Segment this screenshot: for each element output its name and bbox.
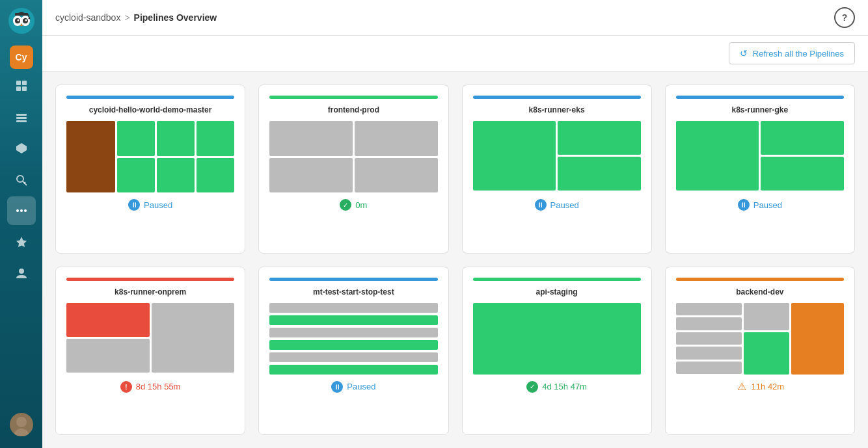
svg-point-11 [28, 18, 30, 20]
refresh-pipelines-button[interactable]: ↺ Refresh all the Pipelines [729, 42, 855, 64]
status-label-p1: Paused [144, 200, 172, 210]
pipeline-bar-p8 [676, 278, 844, 281]
pipeline-name-p8: backend-dev [736, 287, 783, 296]
pipeline-name-p5: k8s-runner-onprem [115, 287, 186, 296]
status-label-p8: 11h 42m [752, 382, 785, 391]
pipeline-card-p1[interactable]: cycloid-hello-world-demo-master ⏸ [55, 85, 245, 254]
svg-point-25 [24, 209, 27, 212]
svg-rect-17 [16, 117, 27, 119]
pipeline-card-p3[interactable]: k8s-runner-eks ⏸ Paused [462, 85, 652, 254]
svg-point-29 [16, 417, 27, 427]
svg-point-6 [25, 20, 27, 21]
pipeline-vis-p4 [676, 121, 844, 192]
svg-marker-26 [16, 237, 27, 247]
sidebar-item-projects[interactable] [7, 228, 36, 256]
toolbar: ↺ Refresh all the Pipelines [42, 36, 868, 72]
svg-rect-16 [16, 114, 27, 116]
svg-point-23 [16, 209, 19, 212]
pipeline-vis-p6 [269, 303, 437, 375]
error-icon-p5: ! [120, 381, 132, 393]
pipeline-bar-p7 [473, 278, 641, 281]
pipeline-status-p3: ⏸ Paused [535, 199, 579, 211]
pipeline-card-p8[interactable]: backend-dev ⚠ [665, 267, 855, 436]
svg-rect-18 [16, 120, 27, 122]
pipeline-name-p1: cycloid-hello-world-demo-master [89, 105, 212, 114]
svg-rect-13 [22, 81, 27, 85]
pipeline-bar-p5 [66, 278, 234, 281]
pipeline-vis-p5 [66, 303, 234, 375]
pipeline-card-p4[interactable]: k8s-runner-gke ⏸ Paused [665, 85, 855, 254]
pipeline-name-p7: api-staging [536, 287, 578, 296]
pipeline-name-p2: frontend-prod [328, 105, 379, 114]
sidebar-item-credentials[interactable] [7, 165, 36, 194]
pipeline-status-p7: ✓ 4d 15h 47m [526, 381, 587, 393]
sidebar-item-members[interactable] [7, 259, 36, 287]
paused-icon-p3: ⏸ [535, 199, 547, 211]
svg-line-22 [24, 182, 25, 183]
pipeline-status-p1: ⏸ Paused [128, 199, 172, 211]
svg-point-24 [20, 209, 23, 212]
pipeline-vis-p2 [269, 121, 437, 192]
paused-icon-p6: ⏸ [331, 381, 343, 393]
svg-rect-12 [16, 81, 21, 85]
paused-icon-p1: ⏸ [128, 199, 140, 211]
status-label-p5: 8d 15h 55m [136, 382, 181, 391]
help-button[interactable]: ? [834, 7, 855, 28]
breadcrumb-parent[interactable]: cycloid-sandbox [55, 12, 120, 23]
pipeline-name-p6: mt-test-start-stop-test [313, 287, 394, 296]
pipeline-vis-p7 [473, 303, 641, 375]
refresh-icon: ↺ [740, 48, 748, 59]
svg-rect-15 [22, 86, 27, 91]
user-avatar[interactable] [10, 413, 33, 436]
status-label-p6: Paused [347, 382, 375, 391]
pipeline-name-p3: k8s-runner-eks [529, 105, 585, 114]
sidebar-item-dashboard[interactable] [7, 72, 36, 100]
sidebar-item-stacks[interactable] [7, 103, 36, 131]
breadcrumb: cycloid-sandbox > Pipelines Overview [55, 12, 217, 23]
pipeline-vis-p1 [66, 121, 234, 192]
sidebar-item-org[interactable]: Cy [10, 46, 33, 69]
refresh-button-label: Refresh all the Pipelines [753, 49, 844, 59]
pipeline-vis-p3 [473, 121, 641, 192]
pipeline-status-p4: ⏸ Paused [738, 199, 782, 211]
pipeline-grid: cycloid-hello-world-demo-master ⏸ [42, 72, 868, 448]
status-label-p2: 0m [355, 200, 367, 210]
svg-point-20 [17, 176, 23, 182]
svg-point-27 [19, 269, 24, 274]
status-label-p3: Paused [550, 200, 579, 210]
pipeline-card-p2[interactable]: frontend-prod ✓ 0m [258, 85, 448, 254]
breadcrumb-separator: > [124, 12, 129, 23]
pipeline-bar-p6 [269, 278, 437, 281]
pipeline-status-p6: ⏸ Paused [331, 381, 375, 393]
pipeline-bar-p3 [473, 96, 641, 99]
header: cycloid-sandbox > Pipelines Overview ? [42, 0, 868, 36]
svg-point-5 [17, 20, 19, 21]
sidebar-item-modules[interactable] [7, 134, 36, 163]
pipeline-card-p7[interactable]: api-staging ✓ 4d 15h 47m [462, 267, 652, 436]
pipeline-card-p6[interactable]: mt-test-start-stop-test ⏸ Paused [258, 267, 448, 436]
success-icon-p2: ✓ [340, 199, 351, 211]
pipeline-bar-p1 [66, 96, 234, 99]
paused-icon-p4: ⏸ [738, 199, 750, 211]
pipeline-status-p2: ✓ 0m [340, 199, 367, 211]
sidebar: Cy [0, 0, 42, 448]
svg-marker-19 [16, 143, 27, 153]
svg-rect-14 [16, 86, 21, 91]
pipeline-vis-p8 [676, 303, 844, 375]
pipeline-status-p8: ⚠ 11h 42m [736, 381, 785, 393]
status-label-p4: Paused [753, 200, 782, 210]
pipeline-bar-p4 [676, 96, 844, 99]
warning-icon-p8: ⚠ [736, 381, 748, 393]
sidebar-logo [7, 7, 36, 38]
breadcrumb-current: Pipelines Overview [134, 12, 217, 23]
svg-point-28 [14, 428, 29, 436]
pipeline-status-p5: ! 8d 15h 55m [120, 381, 181, 393]
pipeline-card-p5[interactable]: k8s-runner-onprem ! 8d 15h 55m [55, 267, 245, 436]
pipeline-name-p4: k8s-runner-gke [732, 105, 789, 114]
pipeline-bar-p2 [269, 96, 437, 99]
status-label-p7: 4d 15h 47m [542, 382, 587, 391]
success-icon-p7: ✓ [526, 381, 538, 393]
sidebar-item-pipelines[interactable] [7, 196, 36, 225]
main-content: cycloid-sandbox > Pipelines Overview ? ↺… [42, 0, 868, 448]
